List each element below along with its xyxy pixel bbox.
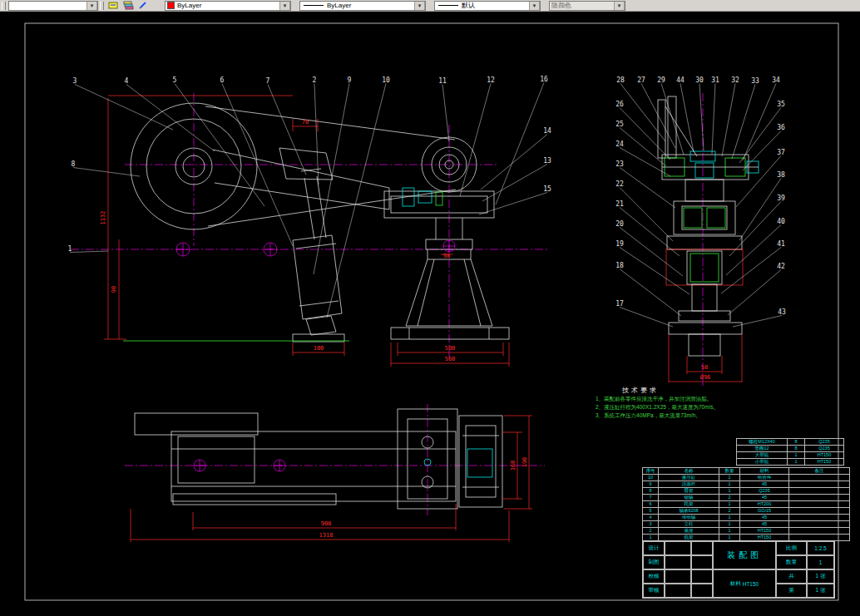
sheets-value: 1 张: [807, 569, 834, 584]
qty-value: 1: [807, 555, 834, 569]
callout-number: 38: [777, 171, 785, 179]
callout-number: 29: [657, 76, 665, 84]
chevron-down-icon[interactable]: ▼: [86, 1, 97, 11]
leader-line: [726, 225, 781, 276]
leader-line: [442, 85, 449, 142]
callout-number: 43: [778, 308, 786, 316]
list-item: 2、液压缸行程为400X1.2X25，最大速度为70m/s。: [596, 403, 828, 411]
chevron-down-icon[interactable]: ▼: [414, 1, 425, 11]
callout-number: 7: [266, 77, 270, 85]
leader-line: [481, 135, 547, 190]
bom-table: 序号名称数量材料备注10液压缸1组合件9活塞杆1458臂架1Q2357销轴245…: [642, 467, 850, 541]
callout-number: 40: [777, 218, 785, 225]
callout-number: 31: [711, 76, 719, 84]
dimension-text: 500: [445, 345, 456, 352]
callout-number: 34: [772, 76, 780, 84]
callout-number: 9: [348, 76, 352, 84]
table-row: 序号名称数量材料备注: [643, 468, 850, 475]
callout-number: 36: [777, 124, 785, 131]
leader-line: [70, 251, 108, 253]
sheetno-label: 第: [776, 584, 807, 598]
table-row: 6托架1HT200: [643, 501, 850, 508]
leader-line: [620, 168, 675, 209]
leader-line: [496, 83, 544, 205]
dimension-text: 100: [314, 345, 324, 352]
dimension-text: 70: [302, 119, 309, 126]
callout-number: 33: [751, 77, 759, 85]
layers-stack-icon: [123, 1, 134, 10]
leader-line: [721, 248, 781, 294]
callout-number: 35: [777, 101, 785, 108]
pencil-icon: [138, 1, 149, 10]
callout-number: 27: [637, 76, 645, 84]
leader-line: [620, 188, 673, 242]
callout-number: 28: [616, 76, 625, 84]
material-label: 材料: [730, 580, 741, 588]
section-view: 2827294430313233342625242322212019181735…: [615, 76, 786, 387]
tech-requirements-title: 技术要求: [622, 386, 828, 395]
table-row: 9活塞杆145: [643, 481, 850, 488]
callout-number: 26: [615, 101, 624, 108]
leader-line: [641, 84, 675, 149]
titleblock-check-label: 校核: [643, 569, 665, 584]
callout-number: 21: [615, 200, 624, 208]
dimension-text: 90: [111, 286, 117, 293]
qty-label: 数量: [776, 555, 807, 569]
plotstyle-combo-value: 随颜色: [551, 1, 571, 10]
leader-line: [732, 85, 755, 160]
color-swatch: [167, 2, 175, 9]
title-block: 设计 装配图 比例 1:2.5 制图 数量 1 校核 材料 HT150 共 1 …: [642, 540, 835, 599]
list-item: 1、装配前各零件应清洗干净，并加注润滑油脂。: [596, 395, 828, 403]
table-row: 10液压缸1组合件: [643, 475, 850, 481]
callout-number: 17: [615, 300, 624, 308]
layers-button[interactable]: [121, 0, 136, 11]
dimension-text: 190: [521, 457, 528, 468]
callout-number: 6: [220, 76, 225, 84]
drawing-title: 装配图: [713, 541, 776, 569]
material-value: HT150: [743, 581, 759, 587]
leader-line: [661, 84, 684, 155]
titleblock-cell: [691, 569, 713, 584]
list-item: 3、系统工作压力40MPa，最大流量73m/h。: [596, 411, 828, 420]
material-cell: 材料 HT150: [713, 569, 776, 598]
layer-combo[interactable]: ▼: [8, 1, 98, 11]
dimension-text: 1132: [100, 211, 106, 225]
table-row: 7销轴245: [643, 495, 850, 501]
leader-line: [479, 193, 547, 215]
callout-number: 2: [313, 76, 317, 84]
lineweight-combo[interactable]: 默认 ▼: [434, 1, 541, 11]
layer-previous-button[interactable]: [136, 0, 151, 11]
plotstyle-combo[interactable]: 随颜色 ▼: [549, 1, 625, 11]
callout-number: 25: [615, 121, 624, 128]
leader-line: [620, 208, 680, 257]
callout-number: 30: [695, 76, 704, 84]
toolbar-grip[interactable]: [100, 2, 104, 10]
color-control-combo[interactable]: ByLayer ▼: [165, 1, 291, 11]
leader-line: [175, 84, 264, 207]
table-row: 大带轮1HT150: [737, 452, 844, 459]
callout-number: 44: [676, 76, 685, 84]
dimension-text: 98: [443, 253, 450, 259]
linetype-combo[interactable]: ByLayer ▼: [299, 1, 426, 11]
dimension-text: 560: [445, 356, 456, 362]
make-objects-layer-current-button[interactable]: [106, 0, 121, 11]
tech-requirements: 技术要求 1、装配前各零件应清洗干净，并加注润滑油脂。2、液压缸行程为400X1…: [596, 386, 828, 420]
leader-line: [327, 84, 386, 318]
chevron-down-icon[interactable]: ▼: [529, 1, 540, 11]
callout-number: 41: [777, 240, 785, 248]
chevron-down-icon[interactable]: ▼: [279, 1, 290, 11]
leader-line: [729, 202, 781, 257]
callout-number: 8: [72, 160, 76, 168]
titleblock-cell: [665, 569, 691, 584]
titleblock-cell: [691, 584, 713, 598]
toolbar-grip[interactable]: [2, 2, 6, 10]
scale-label: 比例: [776, 541, 807, 555]
leader-line: [743, 84, 776, 161]
leader-line: [268, 85, 306, 175]
chevron-down-icon: ▼: [614, 1, 625, 11]
callout-number: 23: [615, 160, 624, 168]
linetype-combo-value: ByLayer: [327, 2, 351, 9]
callout-number: 1: [68, 245, 72, 253]
table-row: 小带轮1HT150: [737, 459, 844, 466]
titleblock-cell: [691, 555, 713, 569]
